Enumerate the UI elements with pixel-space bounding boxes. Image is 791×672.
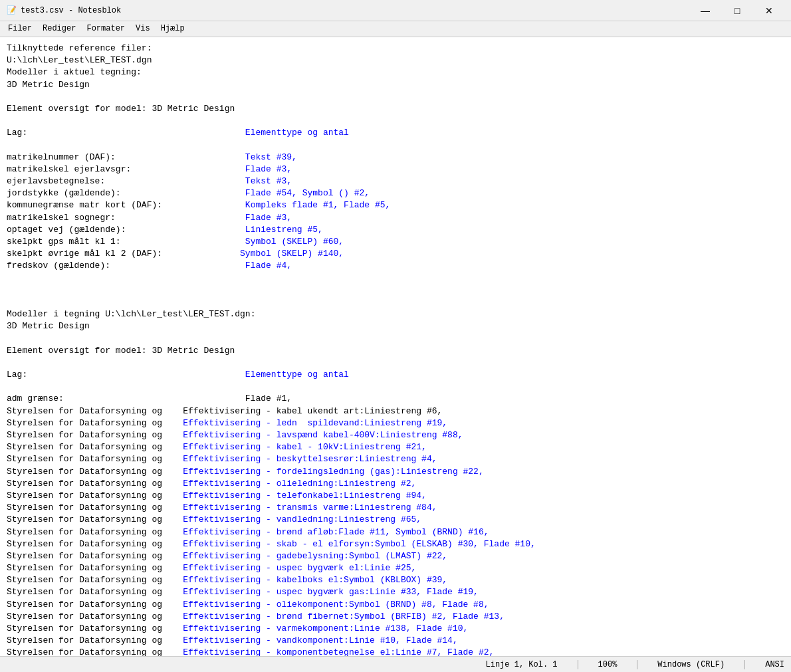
content-wrapper: Tilknyttede reference filer: U:\lch\Ler_… [0, 37, 791, 656]
text-content[interactable]: Tilknyttede reference filer: U:\lch\Ler_… [0, 37, 791, 656]
status-bar: Linje 1, Kol. 1 100% Windows (CRLF) ANSI [0, 656, 791, 672]
divider-1 [578, 660, 578, 669]
maximize-button[interactable]: □ [722, 4, 752, 17]
window-title: test3.csv - Notesblok [21, 6, 121, 15]
cursor-position: Linje 1, Kol. 1 [486, 660, 558, 669]
title-bar-left: 📝 test3.csv - Notesblok [7, 5, 121, 15]
menu-filer[interactable]: Filer [3, 23, 37, 35]
app-icon: 📝 [7, 5, 17, 15]
line-ending: Windows (CRLF) [657, 660, 725, 669]
menu-hjaelp[interactable]: Hjælp [156, 23, 190, 35]
divider-3 [744, 660, 745, 669]
menu-formater[interactable]: Formater [81, 23, 130, 35]
divider-2 [637, 660, 637, 669]
menu-vis[interactable]: Vis [130, 23, 156, 35]
minimize-button[interactable]: — [690, 4, 721, 17]
menu-rediger[interactable]: Rediger [37, 23, 81, 35]
close-button[interactable]: ✕ [754, 4, 784, 17]
zoom-level: 100% [598, 660, 618, 669]
title-bar: 📝 test3.csv - Notesblok — □ ✕ [0, 0, 791, 21]
menu-bar: Filer Rediger Formater Vis Hjælp [0, 21, 791, 37]
encoding: ANSI [765, 660, 784, 669]
title-bar-controls: — □ ✕ [690, 4, 784, 17]
